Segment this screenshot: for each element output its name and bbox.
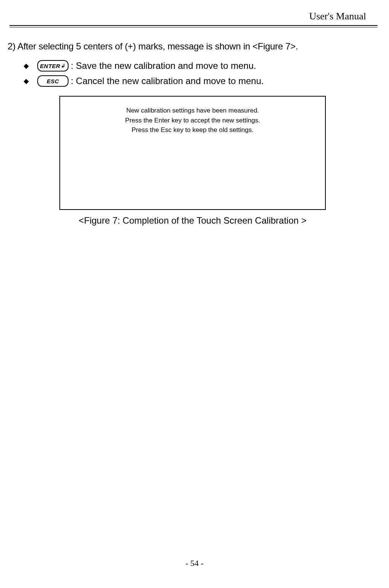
enter-key-label: ENTER (40, 63, 60, 69)
page-number: - 54 - (185, 558, 204, 568)
bullet-esc-text: : Cancel the new calibration and move to… (71, 76, 264, 86)
page-header: User's Manual (0, 0, 389, 25)
bullet-row-esc: ◆ ESC : Cancel the new calibration and m… (24, 75, 378, 87)
enter-arrow-icon: ↲ (61, 63, 66, 69)
header-rule-thick (10, 25, 378, 26)
esc-key-icon: ESC (37, 75, 69, 87)
page-footer: - 54 - (0, 558, 389, 568)
esc-key-label: ESC (47, 78, 59, 84)
figure-7-box: New calibration settings have been measu… (59, 96, 326, 210)
figure-line-2: Press the Enter key to accept the new se… (60, 116, 325, 126)
bullet-marker: ◆ (24, 62, 29, 70)
figure-7-content: New calibration settings have been measu… (60, 106, 325, 135)
enter-key-icon: ENTER ↲ (37, 60, 69, 72)
bullet-marker: ◆ (24, 77, 29, 85)
figure-line-1: New calibration settings have been measu… (60, 106, 325, 116)
step-text: 2) After selecting 5 centers of (+) mark… (8, 41, 378, 52)
bullet-row-enter: ◆ ENTER ↲ : Save the new calibration and… (24, 60, 378, 72)
header-title: User's Manual (309, 11, 366, 22)
figure-line-3: Press the Esc key to keep the old settin… (60, 125, 325, 135)
figure-7-caption: <Figure 7: Completion of the Touch Scree… (8, 215, 378, 226)
bullet-enter-text: : Save the new calibration and move to m… (71, 60, 256, 71)
page-content: 2) After selecting 5 centers of (+) mark… (0, 27, 389, 226)
